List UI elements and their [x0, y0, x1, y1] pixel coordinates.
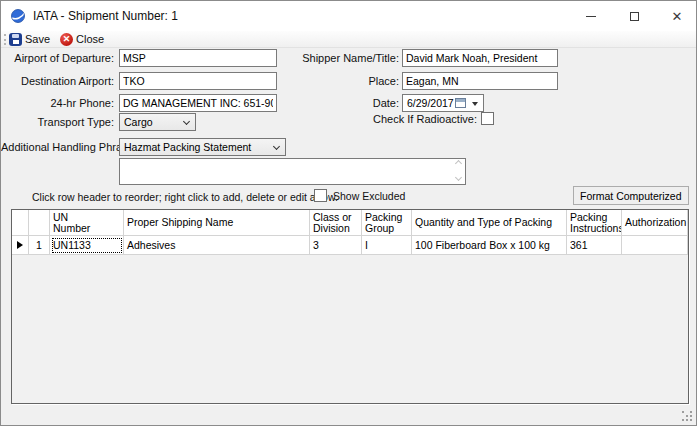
globe-icon	[10, 8, 26, 24]
date-dropdown-arrow-icon[interactable]	[472, 102, 478, 106]
grid-header-quantity-type[interactable]: Quantity and Type of Packing	[412, 210, 567, 236]
save-disk-icon	[9, 33, 22, 46]
shipper-name-label: Shipper Name/Title:	[286, 49, 399, 67]
handling-text-area[interactable]	[119, 158, 466, 185]
close-circle-icon: ✕	[60, 33, 73, 46]
quantity-type-cell[interactable]: 100 Fiberboard Box x 100 kg	[412, 236, 567, 255]
close-button[interactable]: ✕ Close	[60, 33, 104, 46]
grid-header-packing-instructions[interactable]: Packing Instructions	[567, 210, 622, 236]
authorization-cell[interactable]	[622, 236, 688, 255]
grid-header-rowselector	[12, 210, 29, 236]
packing-group-cell[interactable]: I	[362, 236, 412, 255]
grid-hint-text: Click row header to reorder; right click…	[32, 191, 338, 203]
additional-handling-label: Additional Handling Phrase:	[1, 138, 114, 156]
calendar-icon	[455, 98, 466, 108]
save-button[interactable]: Save	[9, 33, 50, 46]
class-division-cell[interactable]: 3	[310, 236, 362, 255]
transport-type-select[interactable]: Cargo	[119, 113, 196, 131]
show-excluded-label: Show Excluded	[333, 190, 405, 202]
row-selector-cell[interactable]	[12, 236, 29, 255]
grid-header-class-division[interactable]: Class or Division	[310, 210, 362, 236]
packing-instructions-cell[interactable]: 361	[567, 236, 622, 255]
grid-header-rownumber	[29, 210, 50, 236]
scroll-down-icon[interactable]	[454, 174, 461, 181]
radioactive-label: Check If Radioactive:	[304, 110, 477, 128]
transport-type-value: Cargo	[124, 116, 153, 128]
shipper-name-input[interactable]	[402, 49, 558, 67]
grid-header-packing-group[interactable]: Packing Group	[362, 210, 412, 236]
transport-type-label: Transport Type:	[1, 113, 114, 131]
chevron-down-icon	[273, 143, 280, 150]
minimize-icon[interactable]	[575, 1, 607, 31]
window-title: IATA - Shipment Number: 1	[33, 1, 178, 31]
grid-header-un-number[interactable]: UN Number	[50, 210, 124, 236]
close-label: Close	[76, 33, 104, 45]
grid-header-authorization[interactable]: Authorization	[622, 210, 688, 236]
airport-of-departure-input[interactable]	[119, 49, 277, 67]
phone-24hr-input[interactable]	[119, 94, 277, 112]
title-bar: IATA - Shipment Number: 1 ✕	[1, 1, 696, 31]
table-row[interactable]: 1 UN1133 Adhesives 3 I 100 Fiberboard Bo…	[12, 236, 688, 255]
grid-header-row: UN Number Proper Shipping Name Class or …	[12, 210, 688, 236]
additional-handling-select[interactable]: Hazmat Packing Statement	[119, 138, 286, 156]
save-label: Save	[25, 33, 50, 45]
maximize-icon[interactable]	[618, 1, 650, 31]
current-row-arrow-icon	[17, 241, 23, 249]
date-value: 6/29/2017	[407, 97, 454, 109]
place-input[interactable]	[402, 72, 558, 90]
textarea-scrollbar[interactable]	[452, 159, 464, 184]
additional-handling-value: Hazmat Packing Statement	[124, 141, 251, 153]
toolbar: Save ✕ Close	[1, 31, 696, 48]
radioactive-checkbox[interactable]	[481, 112, 494, 125]
un-number-cell[interactable]: UN1133	[50, 236, 124, 255]
window-close-icon[interactable]: ✕	[661, 1, 693, 31]
airport-of-departure-label: Airport of Departure:	[1, 49, 114, 67]
destination-airport-input[interactable]	[119, 72, 277, 90]
proper-shipping-name-cell[interactable]: Adhesives	[124, 236, 310, 255]
chevron-down-icon	[183, 118, 190, 125]
scroll-up-icon[interactable]	[454, 160, 461, 167]
toolbar-grip	[4, 34, 6, 45]
show-excluded-checkbox[interactable]	[314, 189, 327, 202]
row-number-cell[interactable]: 1	[29, 236, 50, 255]
destination-airport-label: Destination Airport:	[1, 72, 114, 90]
shipment-items-grid: UN Number Proper Shipping Name Class or …	[11, 209, 689, 404]
format-computerized-button[interactable]: Format Computerized	[573, 186, 689, 205]
iata-shipment-window: IATA - Shipment Number: 1 ✕ Save ✕ Close…	[0, 0, 697, 426]
resize-grip[interactable]	[682, 411, 693, 422]
place-label: Place:	[286, 72, 399, 90]
phone-24hr-label: 24-hr Phone:	[1, 94, 114, 112]
grid-header-proper-shipping-name[interactable]: Proper Shipping Name	[124, 210, 310, 236]
